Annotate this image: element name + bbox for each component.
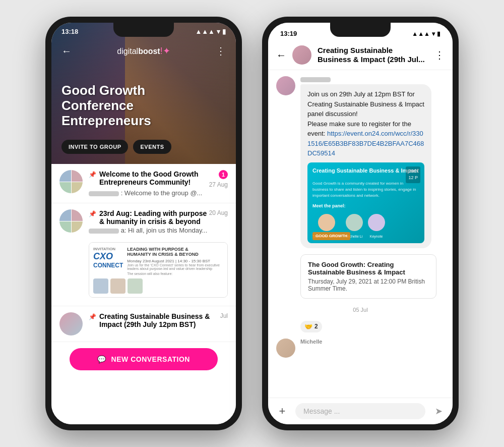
chat-item[interactable]: 📌 23rd Aug: Leading with purpose & human… [51, 203, 236, 306]
more-options-2[interactable]: ⋮ [434, 49, 445, 61]
message-row: Join us on 29th July at 12pm BST for Cre… [276, 76, 445, 248]
unread-badge: 1 [219, 170, 228, 179]
message-input[interactable]: Message ... [295, 403, 425, 419]
avatar-quad [72, 209, 83, 221]
invite-to-group-button[interactable]: INVITE TO GROUP [61, 140, 128, 154]
event-note: The session will also feature: [127, 272, 223, 275]
chat-header-row: 📌 Welcome to the Good Growth Entrepreneu… [89, 170, 228, 188]
hero-title-line1: Good Growth [61, 83, 145, 98]
chat-item[interactable]: 📌 Creating Sustainable Business & Impact… [51, 306, 236, 342]
hero-title: Good Growth Conference Entrepreneurs [61, 83, 151, 129]
signal-icon-2: ▲▲▲ [412, 30, 430, 37]
avatar [59, 209, 83, 233]
new-conversation-container: 💬 NEW CONVERSATION [51, 348, 236, 384]
event-card-header: Creating Sustainable Business & Impact 2… [307, 162, 424, 179]
hero-title-line3: Entrepreneurs [61, 113, 151, 128]
chat-content: 📌 Welcome to the Good Growth Entrepreneu… [89, 170, 228, 197]
phone2-content: 13:19 ▲▲▲ ▾ ▮ ← Creating Sustainable Bus… [268, 23, 453, 424]
speaker-3: Keynote [368, 214, 385, 240]
messages-area: Join us on 29th July at 12pm BST for Cre… [268, 70, 453, 398]
blurred-sender [89, 229, 119, 234]
wifi-icon-2: ▾ [432, 30, 435, 37]
avatar [59, 170, 83, 193]
blurred-sender [89, 191, 119, 196]
event-image-title: Creating Sustainable Business & Impact [312, 166, 419, 175]
event-date-detail: Monday 23rd August 2021 | 14:30 - 15:30 … [127, 259, 223, 263]
event-label: INVITATION [93, 247, 123, 251]
hero-title-line2: Conference [61, 98, 134, 113]
new-conv-label: NEW CONVERSATION [111, 355, 190, 363]
panel-label: Meet the panel: [307, 201, 424, 212]
logo-text: digital [117, 47, 138, 55]
event-date-badge: 29th12 P [406, 166, 420, 183]
reaction-count: 2 [314, 323, 318, 330]
speaker-photo-2 [346, 214, 363, 231]
chat-content: 📌 23rd Aug: Leading with purpose & human… [89, 209, 228, 234]
chat-name: 23rd Aug: Leading with purpose & humanit… [99, 209, 209, 226]
bottom-sender-name: Michelle [300, 339, 322, 345]
avatar-quad [59, 209, 71, 221]
event-card-preview: INVITATION CXO CONNECT LEADING WITH PURP… [89, 242, 228, 298]
event-info-date: Thursday, July 29, 2021 at 12:00 PM Brit… [308, 278, 429, 292]
events-button[interactable]: EVENTS [133, 140, 171, 154]
chat-content: 📌 Creating Sustainable Business & Impact… [89, 312, 228, 328]
chat-name: Welcome to the Good Growth Entrepreneurs… [99, 170, 209, 186]
group-avatar [292, 45, 311, 65]
chat-time: 27 Aug [209, 181, 228, 188]
more-options-1[interactable]: ⋮ [216, 45, 226, 57]
cxo-event-card: INVITATION CXO CONNECT LEADING WITH PURP… [89, 243, 227, 298]
chat-time: 20 Aug [209, 209, 228, 216]
preview-text: a: Hi all, join us this Monday... [121, 227, 208, 234]
battery-icon: ▮ [222, 28, 226, 35]
status-time-2: 13:19 [280, 30, 297, 37]
chat-name: Creating Sustainable Business & Impact (… [99, 312, 220, 328]
back-arrow-2[interactable]: ← [276, 49, 286, 61]
bottom-message-row: Michelle [276, 339, 445, 358]
message-bubble: Join us on 29th July at 12pm BST for Cre… [300, 84, 431, 248]
send-button[interactable]: ➤ [430, 403, 447, 419]
chat-header-row: 📌 Creating Sustainable Business & Impact… [89, 312, 228, 328]
avatar [59, 312, 83, 336]
preview-text: : Welcome to the group @... [121, 189, 203, 197]
bottom-sender-name-label: Michelle [300, 339, 322, 347]
speaker-photo [93, 278, 108, 294]
cxo-logo: CXO [93, 251, 123, 262]
chat-title: Creating Sustainable Business & Impact (… [318, 46, 428, 64]
phone-notch-2 [330, 23, 391, 37]
chat-list: 📌 Welcome to the Good Growth Entrepreneu… [51, 164, 236, 424]
event-info-card: The Good Growth: Creating Sustainable Bu… [300, 254, 436, 299]
back-arrow-1[interactable]: ← [61, 45, 72, 57]
hero-nav: ← digitalboost!✦ ⋮ [51, 41, 236, 61]
speaker-photo-3 [368, 214, 385, 231]
signal-icon: ▲▲▲ [195, 28, 215, 35]
new-conversation-button[interactable]: 💬 NEW CONVERSATION [70, 348, 218, 370]
reaction-row: 🤝 2 [300, 321, 445, 332]
speaker-photo [110, 278, 125, 294]
cxo-header: INVITATION CXO CONNECT LEADING WITH PURP… [93, 247, 223, 275]
reaction-emoji: 🤝 [304, 323, 312, 330]
blurred-name [300, 77, 331, 82]
logo-suffix: !✦ [160, 46, 170, 56]
cxo-title-main: CONNECT [93, 262, 123, 269]
avatar-quad [72, 170, 83, 182]
add-attachment-button[interactable]: + [274, 403, 290, 419]
avatar-quad [59, 221, 71, 233]
event-info-title: The Good Growth: Creating Sustainable Bu… [308, 261, 429, 276]
avatar-quad [72, 182, 83, 194]
chat-preview: : Welcome to the group @... [89, 189, 228, 197]
sender-name [300, 76, 431, 82]
avatar-quad [59, 182, 71, 194]
chat-header-bar: ← Creating Sustainable Business & Impact… [268, 40, 453, 70]
battery-icon-2: ▮ [437, 30, 440, 37]
status-time-1: 13:18 [61, 28, 78, 35]
pin-icon: 📌 [89, 313, 96, 320]
avatar-quad [59, 170, 71, 182]
event-speakers [93, 278, 223, 294]
reaction-bubble[interactable]: 🤝 2 [300, 321, 322, 332]
chat-header-info: Creating Sustainable Business & Impact (… [318, 46, 428, 64]
avatar-quad [72, 221, 83, 233]
speaker-role: Keynote [370, 234, 383, 240]
date-separator: 05 Jul [276, 305, 445, 315]
chat-item[interactable]: 📌 Welcome to the Good Growth Entrepreneu… [51, 164, 236, 203]
logo-bold: boost [138, 47, 160, 55]
